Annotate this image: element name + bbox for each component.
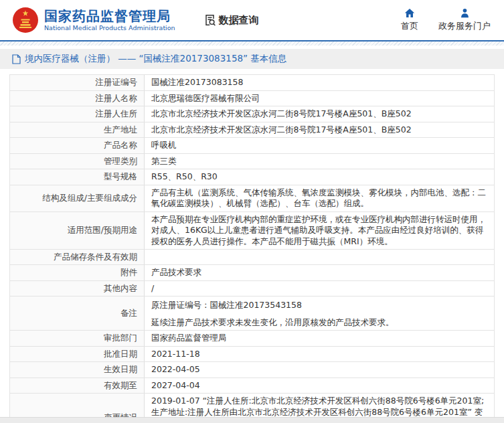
table-row-registrant-address: 注册人住所 北京市北京经济技术开发区凉水河二街8号院17号楼A座501、B座50…	[10, 106, 494, 122]
remark-line: 原注册证编号：国械注准20173543158	[151, 300, 489, 311]
breadcrumb: 境内医疗器械（注册） —— “国械注准20173083158” 基本信息	[0, 49, 504, 69]
row-value: 北京思瑞德医疗器械有限公司	[145, 91, 494, 106]
row-label: 注册证编号	[10, 75, 145, 90]
row-label: 附件	[10, 265, 145, 280]
row-value: 2022-04-05	[145, 362, 494, 377]
row-value: 2021-11-18	[145, 347, 494, 362]
row-label: 注册人住所	[10, 106, 145, 122]
row-value: 北京市北京经济技术开发区凉水河二街8号院17号楼A座501、B座502	[145, 122, 494, 138]
row-value: 国家药品监督管理局	[145, 331, 494, 346]
table-row-model-spec: 型号规格 R55、R50、R30	[10, 169, 494, 185]
home-icon	[404, 8, 415, 18]
row-label: 产品名称	[10, 138, 145, 153]
row-label: 生效日期	[10, 362, 145, 377]
row-label: 结构及组成/主要组成成分	[10, 185, 145, 212]
table-row-attachment: 附件 产品技术要求	[10, 265, 494, 281]
row-label: 有效期至	[10, 378, 145, 394]
footer-strip	[0, 417, 504, 423]
row-label: 产品储存条件及有效期	[10, 250, 145, 264]
breadcrumb-text: 境内医疗器械（注册） —— “国械注准20173083158” 基本信息	[25, 53, 286, 65]
header: 国家药品监督管理局 National Medical Products Admi…	[0, 0, 504, 40]
row-value: 2027-04-04	[145, 378, 494, 394]
row-label: 审批部门	[10, 331, 145, 346]
row-value: 本产品预期在专业医疗机构内部的重症监护环境，或在专业医疗机构内部进行转运时使用，…	[145, 212, 494, 250]
table-row-remarks: 备注 原注册证编号：国械注准20173543158 延续注册产品技术要求未发生变…	[10, 297, 494, 331]
table-row-structure-composition: 结构及组成/主要组成成分 产品有主机（监测系统、气体传输系统、氧浓度监测模块、雾…	[10, 185, 494, 212]
nav-item-label: 政务服务门户	[438, 20, 491, 32]
table-row-effective-date: 生效日期 2022-04-05	[10, 362, 494, 378]
table-row-expiry-date: 有效期至 2027-04-04	[10, 378, 494, 394]
data-query-button[interactable]: 数据查询	[203, 13, 259, 27]
row-label: 其他内容	[10, 281, 145, 297]
row-value: R55、R50、R30	[145, 169, 494, 185]
remark-line: 延续注册产品技术要求未发生变化，沿用原核发的产品技术要求。	[151, 317, 489, 329]
nav-item-home[interactable]: 首页	[401, 8, 418, 32]
table-row-registration-number: 注册证编号 国械注准20173083158	[10, 75, 494, 91]
table-row-intended-use: 适用范围/预期用途 本产品预期在专业医疗机构内部的重症监护环境，或在专业医疗机构…	[10, 212, 494, 250]
row-value: /	[145, 281, 494, 297]
row-label: 备注	[10, 297, 145, 330]
row-label: 型号规格	[10, 169, 145, 185]
document-magnifier-icon	[203, 13, 217, 27]
device-detail-table: 注册证编号 国械注准20173083158 注册人名称 北京思瑞德医疗器械有限公…	[9, 74, 495, 423]
nav-item-gov-portal[interactable]: 政务服务门户	[438, 8, 491, 32]
table-row-product-name: 产品名称 呼吸机	[10, 138, 494, 154]
row-value: 呼吸机	[145, 138, 494, 153]
document-icon	[12, 54, 21, 64]
agency-name-cn: 国家药品监督管理局	[44, 9, 175, 23]
table-row-approval-department: 审批部门 国家药品监督管理局	[10, 331, 494, 347]
row-label: 批准日期	[10, 347, 145, 362]
table-row-other-content: 其他内容 /	[10, 281, 494, 297]
agency-title-block: 国家药品监督管理局 National Medical Products Admi…	[44, 9, 175, 32]
table-row-storage-validity: 产品储存条件及有效期	[10, 250, 494, 265]
header-nav: 首页 政务服务门户	[401, 8, 495, 32]
hatch-strip	[0, 41, 504, 46]
agency-name-en: National Medical Products Administration	[44, 24, 175, 32]
row-label: 注册人名称	[10, 91, 145, 106]
page: 国家药品监督管理局 National Medical Products Admi…	[0, 0, 504, 423]
row-value: 国械注准20173083158	[145, 75, 494, 90]
row-value: 产品技术要求	[145, 265, 494, 280]
table-row-approval-date: 批准日期 2021-11-18	[10, 347, 494, 363]
row-value: 产品有主机（监测系统、气体传输系统、氧浓度监测模块、雾化模块，内部电池、选配：二…	[145, 185, 494, 212]
row-label: 管理类别	[10, 154, 145, 169]
table-row-management-category: 管理类别 第三类	[10, 154, 494, 170]
row-label: 适用范围/预期用途	[10, 212, 145, 250]
row-value: 原注册证编号：国械注准20173543158 延续注册产品技术要求未发生变化，沿…	[145, 297, 494, 330]
row-value: 北京市北京经济技术开发区凉水河二街8号院17号楼A座501、B座502	[145, 106, 494, 122]
row-value: 第三类	[145, 154, 494, 169]
national-emblem-logo	[12, 7, 39, 33]
user-icon	[460, 8, 470, 18]
table-row-production-address: 生产地址 北京市北京经济技术开发区凉水河二街8号院17号楼A座501、B座502	[10, 122, 494, 139]
table-row-registrant-name: 注册人名称 北京思瑞德医疗器械有限公司	[10, 91, 494, 107]
data-query-label: 数据查询	[219, 14, 259, 27]
row-value	[145, 250, 494, 264]
nav-item-label: 首页	[401, 20, 418, 32]
row-label: 生产地址	[10, 122, 145, 138]
